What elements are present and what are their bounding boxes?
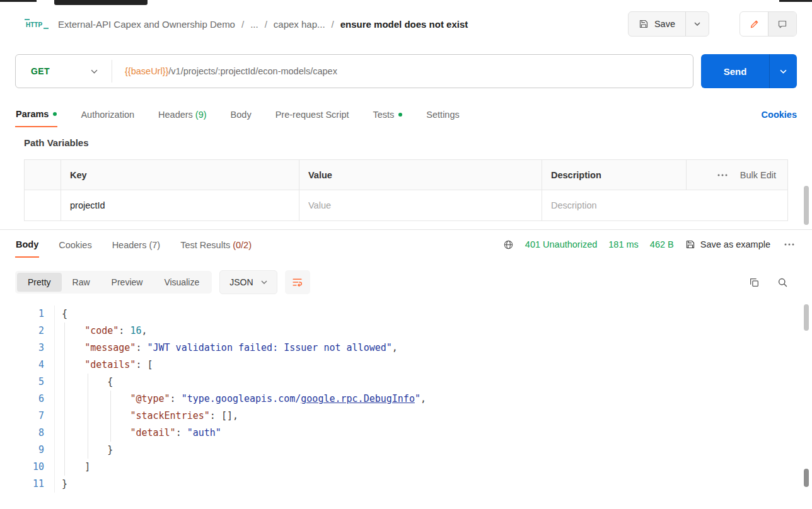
breadcrumb-ellipsis[interactable]: ... (250, 19, 258, 30)
comments-button[interactable] (768, 12, 796, 36)
line-number: 5 (0, 374, 44, 391)
value-input[interactable] (308, 200, 533, 210)
editor-scrollbar-thumb[interactable] (804, 469, 809, 487)
path-variable-description-cell[interactable] (542, 190, 787, 220)
save-button[interactable]: Save (629, 12, 685, 36)
save-as-example-button[interactable]: Save as example (685, 239, 770, 249)
chevron-down-icon (694, 22, 700, 26)
tab-params[interactable]: Params (15, 103, 57, 127)
send-options-button[interactable] (769, 54, 797, 88)
request-tabs: Params Authorization Headers(9) Body Pre… (0, 102, 812, 127)
line-number: 8 (0, 425, 44, 442)
url-link[interactable]: google.rpc.DebugInfo (301, 393, 415, 404)
path-variable-key-cell[interactable] (61, 190, 299, 220)
response-headers-label: Headers (112, 240, 147, 250)
params-active-dot (53, 112, 57, 116)
tests-active-dot (398, 113, 402, 117)
response-body-editor[interactable]: 1{2 "code": 16,3 "message": "JWT validat… (0, 302, 812, 509)
editor-scrollbar-thumb[interactable] (804, 304, 809, 331)
view-pretty[interactable]: Pretty (17, 273, 62, 292)
key-input[interactable] (70, 200, 290, 210)
code-line: 4 "details": [ (0, 357, 812, 374)
description-input[interactable] (551, 200, 779, 210)
chevron-down-icon (261, 280, 267, 284)
send-button[interactable]: Send (701, 54, 769, 88)
globe-icon[interactable] (503, 239, 514, 250)
request-name[interactable]: ensure model does not exist (340, 19, 468, 30)
window-artifact (0, 0, 37, 2)
selector-column-header (25, 160, 61, 190)
cookies-link[interactable]: Cookies (762, 110, 797, 120)
save-as-example-label: Save as example (700, 239, 770, 249)
path-variable-value-cell[interactable] (299, 190, 542, 220)
tab-pre-request-script[interactable]: Pre-request Script (275, 103, 350, 127)
status-badge[interactable]: 401 Unauthorized (525, 239, 597, 249)
value-column-header: Value (299, 160, 542, 190)
line-number: 11 (0, 476, 44, 493)
window-tab-artifact (54, 0, 148, 5)
edit-button[interactable] (740, 12, 768, 36)
wrap-lines-button[interactable] (285, 270, 310, 294)
tab-settings[interactable]: Settings (426, 103, 460, 127)
url-input[interactable]: {{baseUrl}}/v1/projects/:projectId/econ-… (112, 66, 337, 76)
url-path: /v1/projects/:projectId/econ-models/cape… (168, 66, 337, 76)
view-preview[interactable]: Preview (101, 273, 154, 292)
method-dropdown[interactable]: GET (16, 66, 112, 76)
copy-button[interactable] (749, 277, 760, 288)
bulk-edit-button[interactable]: Bulk Edit (740, 170, 776, 180)
breadcrumb-trail: External-API Capex and Ownership Demo / … (58, 19, 468, 30)
response-toolbar: Pretty Raw Preview Visualize JSON (0, 269, 812, 295)
more-dots-icon (717, 174, 728, 176)
search-button[interactable] (777, 277, 788, 288)
search-icon (777, 277, 788, 288)
test-results-count: (0/2) (233, 240, 252, 250)
headers-count: (9) (195, 110, 207, 120)
row-selector-cell (25, 190, 61, 220)
save-icon (639, 19, 649, 29)
save-icon (685, 239, 695, 249)
code-editor-lines: 1{2 "code": 16,3 "message": "JWT validat… (0, 306, 812, 493)
pencil-icon (750, 20, 759, 29)
tab-body[interactable]: Body (230, 103, 252, 127)
tab-headers[interactable]: Headers(9) (158, 103, 207, 127)
code-line: 7 "stackEntries": [], (0, 408, 812, 425)
send-button-group: Send (701, 54, 797, 88)
save-options-button[interactable] (686, 12, 709, 36)
url-box: GET {{baseUrl}}/v1/projects/:projectId/e… (15, 54, 693, 88)
path-variables-table: Key Value Description Bulk Edit (24, 159, 788, 221)
response-tab-test-results[interactable]: Test Results(0/2) (180, 232, 252, 257)
breadcrumb: HTTP External-API Capex and Ownership De… (24, 18, 468, 30)
format-dropdown[interactable]: JSON (219, 270, 277, 294)
app: { "colors": { "accent_orange": "#ff6c37"… (0, 0, 812, 509)
url-variable: {{baseUrl}} (125, 66, 168, 76)
chevron-down-icon (91, 69, 98, 74)
breadcrumb-folder[interactable]: capex hap... (274, 19, 325, 30)
code-line: 1{ (0, 306, 812, 323)
code-line: 8 "detail": "auth" (0, 425, 812, 442)
code-line: 10 ] (0, 459, 812, 476)
view-visualize[interactable]: Visualize (153, 273, 210, 292)
response-more-actions-button[interactable] (782, 241, 797, 248)
response-tab-body[interactable]: Body (15, 232, 39, 258)
breadcrumb-collection[interactable]: External-API Capex and Ownership Demo (58, 19, 235, 30)
response-header: Body Cookies Headers(7) Test Results(0/2… (0, 230, 812, 259)
http-label: HTTP (26, 21, 42, 28)
table-more-actions-button[interactable] (715, 171, 730, 179)
response-time[interactable]: 181 ms (608, 239, 639, 249)
indent-guide (110, 391, 111, 442)
key-column-header: Key (61, 160, 299, 190)
tab-tests[interactable]: Tests (373, 103, 403, 127)
breadcrumb-separator: / (241, 19, 244, 30)
chevron-down-icon (780, 69, 787, 74)
response-tab-cookies[interactable]: Cookies (58, 232, 92, 257)
edit-comment-group (740, 11, 797, 37)
page-scrollbar-thumb[interactable] (804, 186, 809, 225)
tab-tests-label: Tests (373, 110, 395, 120)
save-label: Save (654, 19, 675, 29)
tab-authorization[interactable]: Authorization (80, 103, 135, 127)
view-raw[interactable]: Raw (62, 273, 101, 292)
response-size[interactable]: 462 B (650, 239, 674, 249)
comment-icon (777, 20, 787, 29)
response-tab-headers[interactable]: Headers(7) (112, 232, 161, 257)
indent-guide (88, 374, 88, 459)
